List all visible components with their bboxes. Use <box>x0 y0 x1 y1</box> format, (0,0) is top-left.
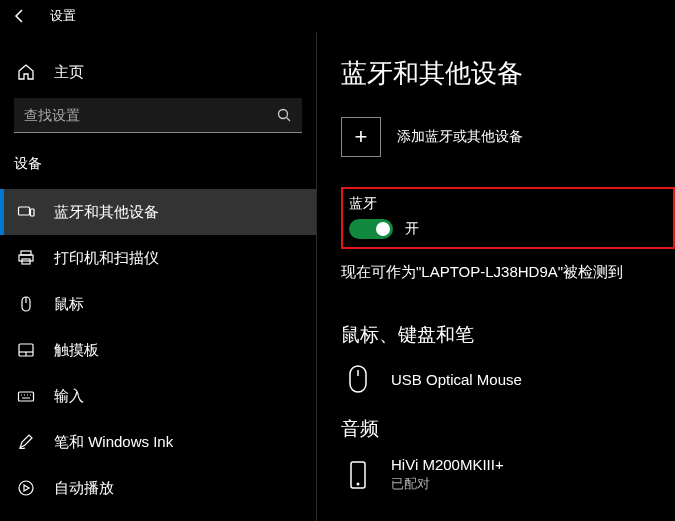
discoverable-text: 现在可作为"LAPTOP-LJ38HD9A"被检测到 <box>341 263 675 282</box>
mouse-keyboard-heading: 鼠标、键盘和笔 <box>341 322 675 348</box>
keyboard-icon <box>16 386 36 406</box>
svg-rect-2 <box>19 207 30 215</box>
sidebar-item-touchpad[interactable]: 触摸板 <box>0 327 316 373</box>
svg-point-0 <box>279 110 288 119</box>
svg-rect-4 <box>21 251 31 255</box>
device-row-mouse[interactable]: USB Optical Mouse <box>341 362 675 396</box>
device-name: HiVi M200MKIII+ <box>391 456 504 473</box>
window-title: 设置 <box>50 7 76 25</box>
bluetooth-toggle-highlight: 蓝牙 开 <box>341 187 675 249</box>
svg-point-22 <box>357 482 360 485</box>
sidebar-item-typing[interactable]: 输入 <box>0 373 316 419</box>
svg-rect-19 <box>350 366 366 392</box>
phone-device-icon <box>341 458 375 492</box>
bluetooth-toggle[interactable] <box>349 219 393 239</box>
search-icon[interactable] <box>274 105 294 125</box>
devices-icon <box>16 202 36 222</box>
printer-icon <box>16 248 36 268</box>
device-status: 已配对 <box>391 475 504 493</box>
sidebar-item-pen[interactable]: 笔和 Windows Ink <box>0 419 316 465</box>
svg-line-1 <box>287 118 291 122</box>
home-link[interactable]: 主页 <box>0 54 316 98</box>
svg-rect-12 <box>19 392 34 401</box>
sidebar-item-printers[interactable]: 打印机和扫描仪 <box>0 235 316 281</box>
sidebar-item-label: 自动播放 <box>54 479 114 498</box>
home-icon <box>16 62 36 82</box>
content-pane: 蓝牙和其他设备 + 添加蓝牙或其他设备 蓝牙 开 现在可作为"LAPTOP-LJ… <box>317 32 675 521</box>
svg-point-18 <box>19 481 33 495</box>
search-box[interactable] <box>14 98 302 133</box>
device-row-audio[interactable]: HiVi M200MKIII+ 已配对 <box>341 456 675 493</box>
touchpad-icon <box>16 340 36 360</box>
device-name: USB Optical Mouse <box>391 371 522 388</box>
home-label: 主页 <box>54 63 84 82</box>
add-device-button[interactable]: + 添加蓝牙或其他设备 <box>341 117 675 157</box>
plus-icon: + <box>341 117 381 157</box>
svg-rect-5 <box>19 255 33 261</box>
sidebar-item-label: 笔和 Windows Ink <box>54 433 173 452</box>
autoplay-icon <box>16 478 36 498</box>
sidebar-item-label: 输入 <box>54 387 84 406</box>
add-device-label: 添加蓝牙或其他设备 <box>397 128 523 146</box>
svg-rect-3 <box>31 209 35 216</box>
pen-icon <box>16 432 36 452</box>
page-title: 蓝牙和其他设备 <box>341 56 675 91</box>
sidebar-item-label: 蓝牙和其他设备 <box>54 203 159 222</box>
sidebar: 主页 设备 蓝牙和其他设备 打印机和扫描仪 <box>0 32 316 521</box>
back-icon[interactable] <box>12 8 28 24</box>
section-label: 设备 <box>0 151 316 189</box>
toggle-knob <box>376 222 390 236</box>
mouse-device-icon <box>341 362 375 396</box>
sidebar-item-bluetooth[interactable]: 蓝牙和其他设备 <box>0 189 316 235</box>
sidebar-item-label: 鼠标 <box>54 295 84 314</box>
audio-heading: 音频 <box>341 416 675 442</box>
sidebar-item-label: 打印机和扫描仪 <box>54 249 159 268</box>
sidebar-item-label: 触摸板 <box>54 341 99 360</box>
sidebar-item-autoplay[interactable]: 自动播放 <box>0 465 316 511</box>
search-input[interactable] <box>14 98 302 132</box>
sidebar-item-mouse[interactable]: 鼠标 <box>0 281 316 327</box>
bluetooth-section-label: 蓝牙 <box>349 195 625 213</box>
mouse-icon <box>16 294 36 314</box>
toggle-state-label: 开 <box>405 220 419 238</box>
